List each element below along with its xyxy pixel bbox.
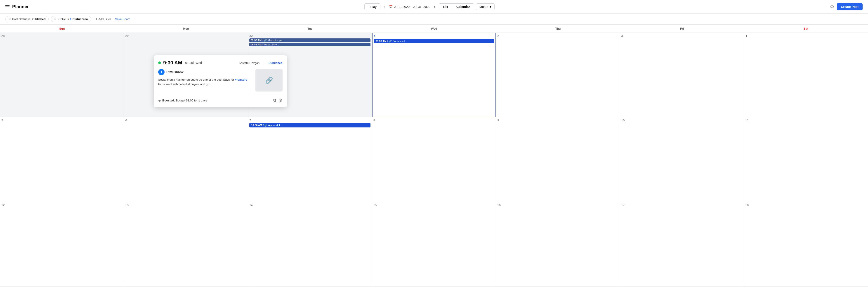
popup-facebook-icon: f [158, 69, 164, 75]
facebook-icon: f [70, 18, 71, 21]
settings-button[interactable]: ⚙ [830, 4, 834, 9]
save-board-button[interactable]: Save Board [115, 18, 130, 21]
view-toggle: List Calendar [439, 3, 474, 10]
status-dot [158, 61, 161, 64]
day-number: 8 [373, 119, 495, 122]
cal-cell-8[interactable]: 8 [372, 117, 496, 202]
cal-cell-2[interactable]: 2 [496, 33, 620, 117]
filters-bar: ☰ Post Status is Published ☰ Profile is … [0, 13, 868, 25]
app-title: Planner [12, 4, 29, 9]
add-filter-button[interactable]: + Add Filter [94, 16, 113, 22]
day-number: 18 [745, 203, 867, 207]
day-number: 2 [497, 34, 618, 37]
cal-cell-11[interactable]: 11 [744, 117, 868, 202]
calendar-icon: 📅 [389, 5, 393, 8]
day-number: 29 [125, 34, 247, 37]
header-mon: Mon [124, 25, 248, 33]
popup-footer: ⊕ Boosted: Budget $1.00 for 1 days ⧉ 🗑 [158, 95, 283, 103]
popup-time: 9:30 AM [163, 60, 182, 66]
day-number: 17 [621, 203, 743, 207]
create-post-button[interactable]: Create Post [837, 3, 863, 10]
prev-arrow[interactable]: ‹ [382, 4, 387, 10]
post-event[interactable]: 10:36 AM f 🔗 A powerful ... [249, 123, 370, 127]
cal-cell-17[interactable]: 17 [620, 202, 744, 287]
cal-cell-12[interactable]: 12 [0, 202, 124, 287]
cal-cell-1[interactable]: 1 09:30 AM f 🔗 Social med... [372, 33, 496, 117]
list-view-button[interactable]: List [439, 4, 452, 10]
day-number: 12 [1, 203, 123, 207]
day-number: 10 [621, 119, 743, 122]
calendar-view-button[interactable]: Calendar [452, 4, 474, 10]
post-event[interactable]: 09:45 PM f Make custo... [249, 43, 370, 46]
today-button[interactable]: Today [364, 3, 380, 10]
day-number: 3 [621, 34, 743, 37]
popup-profile-name: Statusbrew [166, 70, 183, 74]
day-number: 13 [125, 203, 247, 207]
day-number: 15 [373, 203, 495, 207]
cal-cell-3[interactable]: 3 [620, 33, 744, 117]
next-arrow[interactable]: › [432, 4, 437, 10]
day-number: 9 [497, 119, 618, 122]
post-detail-popup: 9:30 AM 01 Jul, Wed Shivam Devgan | Publ… [154, 55, 287, 107]
day-number: 28 [1, 34, 123, 37]
popup-post-image: 🔗 [255, 69, 283, 92]
cal-cell-4[interactable]: 4 [744, 33, 868, 117]
popup-header: 9:30 AM 01 Jul, Wed Shivam Devgan | Publ… [158, 60, 283, 66]
calendar-grid: 28 29 30 09:30 AM f 🔗 Maximize yo... 09:… [0, 33, 868, 287]
day-number: 4 [745, 34, 867, 37]
header-sun: Sun [0, 25, 124, 33]
day-number: 30 [249, 34, 370, 37]
popup-body: f Statusbrew Social media has turned out… [158, 69, 283, 92]
link-icon: 🔗 [265, 76, 273, 84]
cal-cell-6[interactable]: 6 [124, 117, 248, 202]
hamburger-icon[interactable] [5, 5, 9, 8]
profile-filter-icon: ☰ [54, 18, 56, 21]
popup-hashtag[interactable]: #realtors [235, 78, 247, 82]
popup-date: 01 Jul, Wed [185, 61, 202, 65]
header-nav: Today ‹ 📅 Jul 1, 2020 – Jul 31, 2020 › L… [364, 3, 495, 10]
popup-actions: ⧉ 🗑 [273, 98, 283, 103]
day-number: 5 [1, 119, 123, 122]
cal-cell-14[interactable]: 14 [248, 202, 372, 287]
cal-cell-10[interactable]: 10 [620, 117, 744, 202]
header-fri: Fri [620, 25, 744, 33]
header-thu: Thu [496, 25, 620, 33]
popup-content: f Statusbrew Social media has turned out… [158, 69, 252, 92]
boost-icon: ⊕ [158, 99, 161, 102]
post-event[interactable]: 09:30 AM f 🔗 Maximize yo... [249, 38, 370, 42]
status-filter-icon: ☰ [8, 18, 11, 21]
day-number: 7 [249, 119, 370, 122]
post-event-selected[interactable]: 09:30 AM f 🔗 Social med... [374, 39, 494, 43]
month-dropdown-button[interactable]: Month ▾ [476, 3, 495, 10]
cal-cell-5[interactable]: 5 [0, 117, 124, 202]
day-number: 16 [497, 203, 618, 207]
cal-cell-16[interactable]: 16 [496, 202, 620, 287]
status-filter[interactable]: ☰ Post Status is Published [5, 16, 49, 22]
header-tue: Tue [248, 25, 372, 33]
cal-cell-7[interactable]: 7 10:36 AM f 🔗 A powerful ... [248, 117, 372, 202]
popup-profile-row: f Statusbrew [158, 69, 252, 75]
cal-cell-13[interactable]: 13 [124, 202, 248, 287]
app-header: Planner Today ‹ 📅 Jul 1, 2020 – Jul 31, … [0, 0, 868, 13]
day-number: 1 [374, 35, 494, 38]
popup-status: Published [269, 61, 283, 65]
header-sat: Sat [744, 25, 868, 33]
header-wed: Wed [372, 25, 496, 33]
cal-cell-18[interactable]: 18 [744, 202, 868, 287]
cal-cell-9[interactable]: 9 [496, 117, 620, 202]
menu-toggle[interactable]: Planner [5, 4, 29, 9]
delete-post-button[interactable]: 🗑 [278, 98, 283, 103]
calendar: Sun Mon Tue Wed Thu Fri Sat 28 29 30 09:… [0, 25, 868, 287]
date-range: 📅 Jul 1, 2020 – Jul 31, 2020 [389, 5, 430, 8]
profile-filter[interactable]: ☰ Profile is f Statusbrew [51, 16, 91, 22]
day-number: 11 [745, 119, 867, 122]
popup-user: Shivam Devgan [239, 61, 259, 65]
cal-cell-15[interactable]: 15 [372, 202, 496, 287]
header-actions: ⚙ Create Post [830, 3, 863, 10]
popup-post-text: Social media has turned out to be one of… [158, 77, 252, 86]
edit-post-button[interactable]: ⧉ [273, 98, 276, 103]
calendar-day-headers: Sun Mon Tue Wed Thu Fri Sat [0, 25, 868, 33]
cal-cell-28[interactable]: 28 [0, 33, 124, 117]
boost-text: Boosted: Budget $1.00 for 1 days [162, 99, 207, 102]
day-number: 6 [125, 119, 247, 122]
